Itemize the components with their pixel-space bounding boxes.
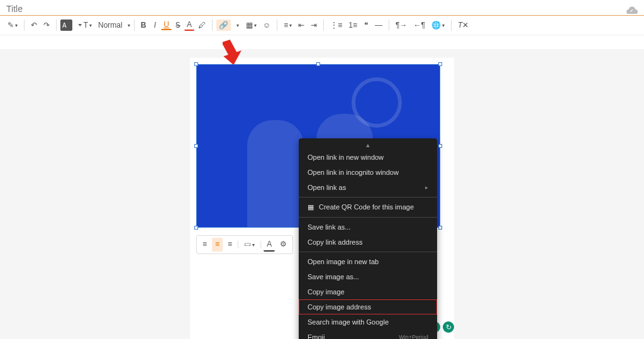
resize-handle[interactable]	[194, 62, 198, 66]
pen-tool-icon[interactable]: ✎▾	[5, 19, 20, 31]
ltr-button[interactable]: ¶→	[393, 19, 409, 31]
highlight-button[interactable]: 🖊	[196, 19, 208, 31]
menu-open-new-window[interactable]: Open link in new window	[299, 150, 437, 165]
fab-refresh-button[interactable]: ↻	[443, 321, 454, 333]
rtl-button[interactable]: ←¶	[411, 19, 427, 31]
resize-handle[interactable]	[438, 62, 442, 66]
video-button[interactable]: ▦▾	[243, 19, 259, 31]
resize-handle[interactable]	[194, 144, 198, 148]
number-list-button[interactable]: 1≡	[346, 19, 360, 31]
menu-open-image-new-tab[interactable]: Open image in new tab	[299, 254, 437, 269]
clear-format-button[interactable]: T✕	[455, 19, 471, 31]
title-input[interactable]	[6, 4, 638, 14]
hr-button[interactable]: —	[372, 19, 385, 31]
font-size-button[interactable]: ᠇T▾	[74, 19, 94, 31]
align-button[interactable]: ≡▾	[281, 19, 294, 31]
quote-button[interactable]: ❝	[361, 19, 371, 31]
wrap-button[interactable]: ▭▾	[241, 238, 258, 252]
paragraph-style-select[interactable]: Normal	[96, 19, 125, 31]
bold-button[interactable]: B	[138, 19, 149, 31]
link-button[interactable]: 🔗	[216, 19, 231, 31]
redo-button[interactable]: ↷	[41, 19, 52, 31]
font-family-button[interactable]: A▾	[60, 19, 72, 31]
bullet-list-button[interactable]: ⋮≡	[328, 19, 345, 31]
underline-button[interactable]: U	[161, 20, 172, 30]
image-toolbar: ≡ ≡ ≡ | ▭▾ | A ⚙	[196, 235, 293, 254]
menu-open-incognito[interactable]: Open link in incognito window	[299, 165, 437, 180]
indent-button[interactable]: ⇥	[308, 19, 319, 31]
menu-save-image-as[interactable]: Save image as...	[299, 269, 437, 284]
resize-handle[interactable]	[194, 226, 198, 230]
resize-handle[interactable]	[316, 62, 320, 66]
border-color-button[interactable]: A	[264, 238, 275, 252]
qr-icon: ▦	[308, 203, 314, 211]
resize-handle[interactable]	[438, 144, 442, 148]
menu-copy-link-address[interactable]: Copy link address	[299, 235, 437, 250]
menu-emoji[interactable]: EmojiWin+Period	[299, 330, 437, 339]
menu-search-google[interactable]: Search image with Google	[299, 314, 437, 330]
strikethrough-button[interactable]: S̶	[173, 19, 183, 31]
undo-button[interactable]: ↶	[28, 19, 40, 31]
language-button[interactable]: 🌐▾	[429, 19, 447, 31]
menu-copy-image-address[interactable]: Copy image address	[299, 299, 437, 314]
italic-button[interactable]: I	[150, 19, 160, 31]
menu-save-link-as[interactable]: Save link as...	[299, 220, 437, 235]
context-menu: ▲ Open link in new window Open link in i…	[299, 138, 437, 339]
menu-create-qr[interactable]: ▦Create QR Code for this image	[299, 199, 437, 215]
scroll-up-icon: ▲	[299, 141, 437, 150]
resize-handle[interactable]	[438, 226, 442, 230]
main-toolbar: ✎▾ ↶ ↷ A▾ ᠇T▾ Normal▾ B I U S̶ A 🖊 🔗 ▾ ▦…	[0, 16, 644, 35]
align-center-button[interactable]: ≡	[212, 238, 223, 252]
align-left-button[interactable]: ≡	[199, 238, 210, 252]
image-settings-button[interactable]: ⚙	[277, 238, 290, 252]
align-right-button[interactable]: ≡	[225, 238, 235, 252]
image-button[interactable]: ▾	[232, 19, 242, 31]
menu-open-link-as[interactable]: Open link as▸	[299, 180, 437, 195]
emoji-button[interactable]: ☺	[260, 19, 273, 31]
menu-copy-image[interactable]: Copy image	[299, 284, 437, 299]
outdent-button[interactable]: ⇤	[296, 19, 307, 31]
text-color-button[interactable]: A	[184, 19, 194, 31]
cloud-saved-icon	[626, 5, 638, 16]
